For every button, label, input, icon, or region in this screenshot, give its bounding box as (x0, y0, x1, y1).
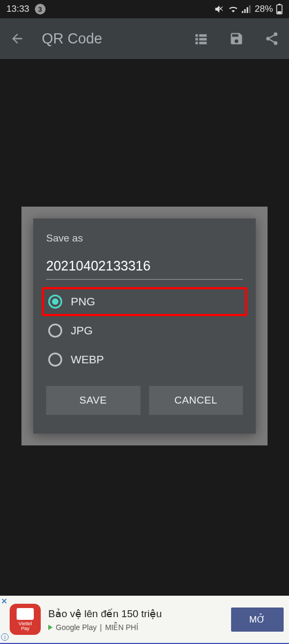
svg-rect-8 (199, 34, 207, 37)
list-icon[interactable] (194, 31, 209, 46)
svg-rect-2 (247, 7, 248, 13)
share-icon[interactable] (264, 31, 279, 46)
format-option-png[interactable]: PNG (42, 287, 247, 316)
format-option-webp[interactable]: WEBP (46, 345, 243, 374)
format-option-jpg[interactable]: JPG (46, 316, 243, 345)
content-area: Save as PNG JPG WEBP SAVE CAN (0, 59, 289, 596)
svg-rect-0 (242, 11, 243, 13)
svg-rect-11 (196, 42, 198, 45)
radio-label: JPG (71, 324, 93, 337)
radio-icon (48, 324, 62, 338)
radio-label: WEBP (71, 353, 104, 366)
radio-icon (48, 295, 62, 309)
notification-count-badge: 3 (35, 4, 46, 14)
dialog-scrim: Save as PNG JPG WEBP SAVE CAN (21, 207, 268, 445)
google-play-icon (48, 625, 53, 630)
svg-rect-6 (278, 11, 281, 13)
ad-close-icon[interactable]: ✕ (1, 597, 8, 605)
ad-title: Bảo vệ lên đến 150 triệu (48, 608, 231, 620)
radio-icon (48, 353, 62, 367)
svg-rect-9 (196, 38, 198, 41)
cancel-button[interactable]: CANCEL (149, 386, 243, 415)
app-bar: QR Code (0, 18, 289, 59)
signal-icon (242, 5, 251, 13)
ad-app-icon: Viettel Pay (10, 604, 41, 635)
save-button[interactable]: SAVE (46, 386, 140, 415)
wifi-icon (228, 4, 239, 14)
ad-info-icon[interactable]: i (1, 633, 9, 641)
svg-rect-3 (249, 5, 250, 13)
dialog-title: Save as (46, 232, 243, 244)
svg-rect-5 (278, 4, 280, 5)
ad-banner[interactable]: ✕ i Viettel Pay Bảo vệ lên đến 150 triệu… (0, 596, 289, 644)
save-icon[interactable] (229, 31, 244, 46)
svg-rect-10 (199, 38, 207, 41)
svg-rect-12 (199, 42, 207, 45)
radio-label: PNG (71, 295, 95, 308)
ad-open-button[interactable]: MỞ (231, 608, 284, 632)
svg-point-14 (266, 37, 270, 41)
status-bar: 13:33 3 28% (0, 0, 289, 18)
back-icon[interactable] (10, 31, 25, 46)
battery-icon (276, 4, 283, 14)
ad-subtitle: Google Play | MIỄN PHÍ (48, 623, 231, 632)
status-time: 13:33 (6, 4, 29, 14)
svg-rect-1 (244, 9, 246, 13)
battery-percent: 28% (255, 4, 273, 14)
mute-icon (214, 4, 225, 14)
filename-input[interactable] (46, 258, 243, 280)
svg-rect-7 (196, 34, 198, 37)
save-as-dialog: Save as PNG JPG WEBP SAVE CAN (33, 218, 256, 434)
page-title: QR Code (42, 31, 176, 47)
